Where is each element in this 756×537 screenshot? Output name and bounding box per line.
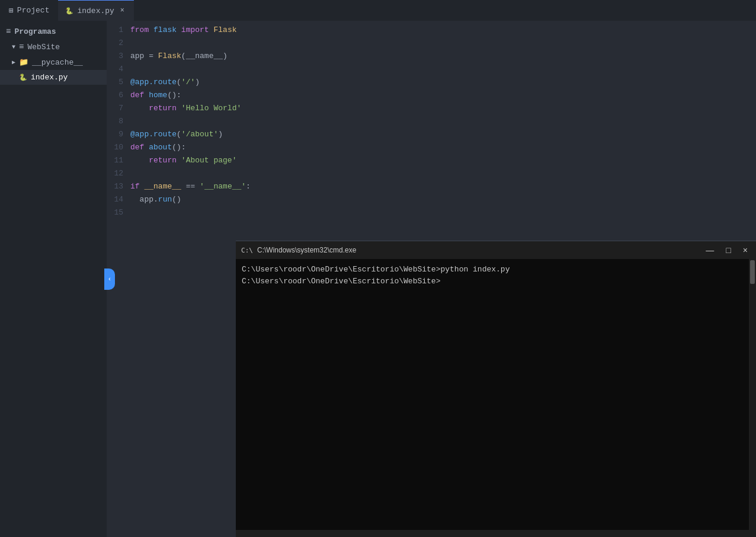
line-number: 6 xyxy=(107,89,130,102)
code-line-8: 8 xyxy=(107,115,756,128)
line-content: if __name__ == '__name__': xyxy=(130,180,756,193)
line-number: 15 xyxy=(107,206,130,219)
programas-label: Programas xyxy=(14,27,56,36)
editor-tab[interactable]: 🐍 index.py × xyxy=(58,0,134,21)
code-line-3: 3app = Flask(__name__) xyxy=(107,50,756,63)
line-content: def home(): xyxy=(130,89,756,102)
editor-area: 1from flask import Flask23app = Flask(__… xyxy=(107,21,756,537)
terminal-body[interactable]: C:\Users\roodr\OneDrive\Escritorio\WebSi… xyxy=(236,259,756,530)
line-number: 11 xyxy=(107,154,130,167)
line-content: @app.route('/') xyxy=(130,76,756,89)
terminal-title: C:\Windows\system32\cmd.exe xyxy=(257,246,699,254)
line-number: 8 xyxy=(107,115,130,128)
code-line-4: 4 xyxy=(107,63,756,76)
sidebar-website[interactable]: ▼ ≡ WebSite xyxy=(0,39,107,55)
chevron-left-icon: ‹ xyxy=(108,276,112,283)
code-line-11: 11 return 'About page' xyxy=(107,154,756,167)
sidebar-collapse-button[interactable]: ‹ xyxy=(104,268,115,290)
line-content: app = Flask(__name__) xyxy=(130,50,756,63)
code-line-14: 14 app.run() xyxy=(107,193,756,206)
line-number: 14 xyxy=(107,193,130,206)
line-number: 2 xyxy=(107,37,130,50)
terminal-minimize-button[interactable]: — xyxy=(703,245,716,255)
line-content: return 'Hello World' xyxy=(130,102,756,115)
menu-icon-2: ≡ xyxy=(19,42,24,52)
terminal-maximize-button[interactable]: □ xyxy=(723,245,733,255)
sidebar-indexpy[interactable]: 🐍 index.py xyxy=(0,70,107,85)
line-number: 13 xyxy=(107,180,130,193)
terminal-close-button[interactable]: × xyxy=(741,245,750,255)
terminal-controls: — □ × xyxy=(703,245,750,255)
line-number: 4 xyxy=(107,63,130,76)
tab-close-button[interactable]: × xyxy=(118,5,127,16)
line-number: 1 xyxy=(107,24,130,37)
line-content: def about(): xyxy=(130,141,756,154)
line-number: 5 xyxy=(107,76,130,89)
chevron-down-icon: ▼ xyxy=(12,44,15,50)
website-label: WebSite xyxy=(27,43,60,52)
terminal-titlebar: C:\ C:\Windows\system32\cmd.exe — □ × xyxy=(236,241,756,259)
indexpy-label: index.py xyxy=(31,73,68,82)
code-line-15: 15 xyxy=(107,206,756,219)
terminal-line-1: C:\Users\roodr\OneDrive\Escritorio\WebSi… xyxy=(242,264,750,276)
terminal-panel: C:\ C:\Windows\system32\cmd.exe — □ × C:… xyxy=(236,241,756,537)
folder-icon: 📁 xyxy=(19,57,28,67)
code-line-5: 5@app.route('/') xyxy=(107,76,756,89)
terminal-bottom-scrollbar xyxy=(236,530,756,537)
line-content: @app.route('/about') xyxy=(130,128,756,141)
line-number: 12 xyxy=(107,167,130,180)
terminal-scrollbar-thumb xyxy=(750,260,755,284)
terminal-scrollbar[interactable] xyxy=(749,259,756,537)
sidebar-programas[interactable]: ≡ Programas xyxy=(0,24,107,39)
code-line-9: 9@app.route('/about') xyxy=(107,128,756,141)
code-line-2: 2 xyxy=(107,37,756,50)
line-content: app.run() xyxy=(130,193,756,206)
title-bar: ⊞ Project 🐍 index.py × xyxy=(0,0,756,21)
line-number: 9 xyxy=(107,128,130,141)
sidebar-pycache[interactable]: ▶ 📁 __pycache__ xyxy=(0,55,107,70)
code-line-10: 10def about(): xyxy=(107,141,756,154)
line-content: from flask import Flask xyxy=(130,24,756,37)
chevron-right-icon: ▶ xyxy=(12,59,15,66)
sidebar: ≡ Programas ▼ ≡ WebSite ▶ 📁 __pycache__ … xyxy=(0,21,107,537)
python-file-icon: 🐍 xyxy=(65,7,73,15)
main-layout: ≡ Programas ▼ ≡ WebSite ▶ 📁 __pycache__ … xyxy=(0,21,756,537)
code-line-1: 1from flask import Flask xyxy=(107,24,756,37)
code-line-12: 12 xyxy=(107,167,756,180)
code-line-7: 7 return 'Hello World' xyxy=(107,102,756,115)
terminal-line-2: C:\Users\roodr\OneDrive\Escritorio\WebSi… xyxy=(242,276,750,287)
menu-icon: ≡ xyxy=(6,27,11,36)
python-icon: 🐍 xyxy=(19,73,27,81)
cmd-icon: C:\ xyxy=(242,245,252,255)
line-number: 3 xyxy=(107,50,130,63)
line-content: return 'About page' xyxy=(130,154,756,167)
line-number: 7 xyxy=(107,102,130,115)
code-line-13: 13if __name__ == '__name__': xyxy=(107,180,756,193)
tab-filename: index.py xyxy=(77,7,114,15)
project-label: ⊞ Project xyxy=(6,6,58,15)
grid-icon: ⊞ xyxy=(9,6,14,15)
line-number: 10 xyxy=(107,141,130,154)
code-line-6: 6def home(): xyxy=(107,89,756,102)
pycache-label: __pycache__ xyxy=(32,58,83,67)
